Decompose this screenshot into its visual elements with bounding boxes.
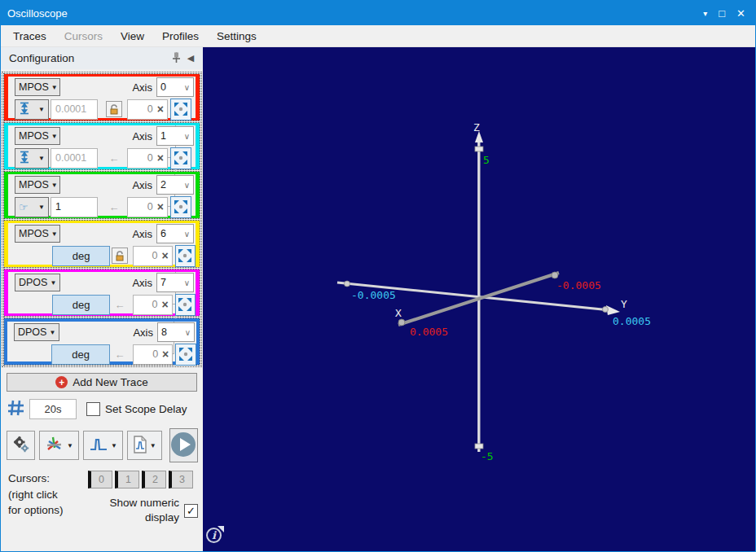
chevron-down-icon: ∨: [185, 328, 191, 337]
axis-select[interactable]: 2∨: [156, 175, 194, 195]
axis-select[interactable]: 8∨: [157, 322, 195, 342]
clear-icon[interactable]: ×: [161, 250, 168, 261]
clear-icon[interactable]: ×: [161, 299, 168, 310]
lock-button[interactable]: [112, 248, 128, 264]
axis-select[interactable]: 7∨: [156, 273, 194, 292]
axes-view-button[interactable]: ▼: [39, 431, 79, 460]
scope-delay-input[interactable]: [29, 399, 77, 419]
scale-mode-select[interactable]: ▼: [15, 99, 49, 120]
left-arrow-icon: ←: [109, 152, 120, 164]
x-axis-label: X: [395, 307, 402, 319]
collapse-panel-icon[interactable]: ◀: [183, 53, 198, 64]
cursor-2-button[interactable]: 2: [142, 471, 166, 488]
trace-config-3: MPOS▼ Axis 6∨ deg 0×: [4, 221, 200, 267]
settings-button[interactable]: [7, 431, 35, 460]
trigger-button[interactable]: ▼: [83, 431, 123, 460]
cursors-hint-line2: for options): [8, 502, 88, 519]
units-label: deg: [73, 250, 90, 262]
trace-config-1: MPOS▼ Axis 1∨ ▼ ← 0×: [4, 123, 200, 169]
clear-icon[interactable]: ×: [157, 152, 164, 164]
menu-traces[interactable]: Traces: [4, 27, 55, 46]
menu-view[interactable]: View: [112, 27, 153, 46]
trace-type-select[interactable]: DPOS▼: [14, 323, 59, 341]
y-axis-max: 0.0005: [613, 315, 651, 327]
offset-value-box[interactable]: 0×: [127, 197, 168, 217]
trace-type-select[interactable]: DPOS▼: [15, 274, 60, 291]
trace-type-select[interactable]: MPOS▼: [15, 127, 60, 145]
title-bar: Oscilloscope ▾ □ ✕: [1, 1, 755, 25]
scale-input[interactable]: [51, 197, 98, 217]
cursor-1-button[interactable]: 1: [115, 471, 139, 488]
cursor-3-button[interactable]: 3: [169, 471, 193, 488]
scale-mode-select[interactable]: ▼: [15, 148, 49, 169]
window-menu-icon[interactable]: ▾: [703, 9, 707, 18]
offset-value-box[interactable]: 0×: [127, 99, 168, 120]
menu-profiles[interactable]: Profiles: [153, 27, 208, 46]
axis-value: 8: [161, 326, 167, 338]
center-trace-button[interactable]: [170, 99, 191, 120]
center-trace-button[interactable]: [170, 147, 191, 169]
offset-value-box[interactable]: 0×: [133, 295, 173, 315]
clear-icon[interactable]: ×: [157, 201, 164, 212]
cursor-0-button[interactable]: 0: [88, 471, 112, 488]
trace-type-select[interactable]: MPOS▼: [15, 176, 60, 194]
axis-label: Axis: [132, 277, 152, 289]
offset-value: 0: [152, 348, 158, 360]
add-new-trace-button[interactable]: + Add New Trace: [7, 373, 197, 392]
cursors-hint-line1: (right click: [8, 487, 88, 503]
show-numeric-checkbox[interactable]: ✓: [184, 504, 198, 518]
units-button[interactable]: deg: [52, 295, 110, 315]
units-button[interactable]: deg: [51, 344, 110, 365]
offset-value-box[interactable]: 0×: [133, 246, 173, 266]
scope-delay-checkbox[interactable]: [86, 402, 100, 416]
plot-info-button[interactable]: i: [206, 528, 224, 545]
close-icon[interactable]: ✕: [736, 7, 745, 20]
offset-value-box[interactable]: 0×: [133, 344, 173, 365]
chevron-down-icon: ∨: [184, 230, 190, 239]
axis-value: 2: [160, 179, 166, 191]
pin-icon[interactable]: [169, 51, 183, 66]
offset-value: 0: [147, 103, 153, 115]
configuration-panel: Configuration ◀ MPOS▼ Axis 0∨: [1, 47, 203, 551]
scale-input[interactable]: [51, 148, 98, 169]
menu-settings[interactable]: Settings: [208, 27, 266, 46]
x-axis-max: 0.0005: [410, 326, 448, 338]
scale-mode-select[interactable]: ☞ ▼: [15, 197, 49, 217]
z-axis-label: Z: [473, 121, 480, 134]
chevron-down-icon: ▼: [51, 182, 58, 189]
axis-select[interactable]: 6∨: [156, 224, 194, 243]
trace-type-select[interactable]: MPOS▼: [15, 78, 60, 96]
axis-select[interactable]: 0∨: [156, 77, 194, 97]
trace-type-select[interactable]: MPOS▼: [15, 225, 60, 243]
offset-value-box[interactable]: 0×: [127, 148, 168, 169]
scope-plot-area[interactable]: Z 5 -5 -0.0005 Y 0.0005 X 0.0005 -0.0005…: [203, 47, 755, 551]
center-trace-button[interactable]: [170, 196, 191, 218]
lock-button[interactable]: [106, 101, 122, 117]
x-axis-min: -0.0005: [556, 279, 601, 291]
manual-scale-hand-icon: ☞: [19, 202, 29, 212]
plus-icon: +: [55, 376, 68, 388]
y-axis-min: -0.0005: [351, 289, 396, 301]
left-arrow-icon: ←: [114, 348, 125, 361]
center-trace-button[interactable]: [175, 294, 196, 316]
run-button[interactable]: [169, 428, 198, 462]
axis-value: 0: [160, 81, 166, 93]
y-axis-label: Y: [621, 298, 627, 310]
units-button[interactable]: deg: [52, 246, 110, 266]
axis-select[interactable]: 1∨: [156, 126, 194, 146]
scale-input[interactable]: [51, 99, 98, 120]
scope-delay-row: Set Scope Delay: [7, 399, 198, 419]
cursors-section: Cursors: (right click for options) 0 1 2…: [8, 471, 198, 525]
chevron-down-icon: ▼: [67, 442, 73, 449]
clear-icon[interactable]: ×: [157, 103, 164, 115]
autoscale-icon: [19, 102, 30, 117]
axis-label: Axis: [132, 228, 152, 240]
chevron-down-icon: ∨: [184, 132, 190, 141]
center-trace-button[interactable]: [175, 344, 196, 366]
offset-value: 0: [152, 250, 157, 261]
menu-cursors: Cursors: [55, 27, 112, 46]
clear-icon[interactable]: ×: [162, 348, 169, 360]
capture-file-button[interactable]: ▼: [127, 431, 162, 460]
maximize-icon[interactable]: □: [719, 7, 725, 20]
center-trace-button[interactable]: [175, 245, 196, 267]
